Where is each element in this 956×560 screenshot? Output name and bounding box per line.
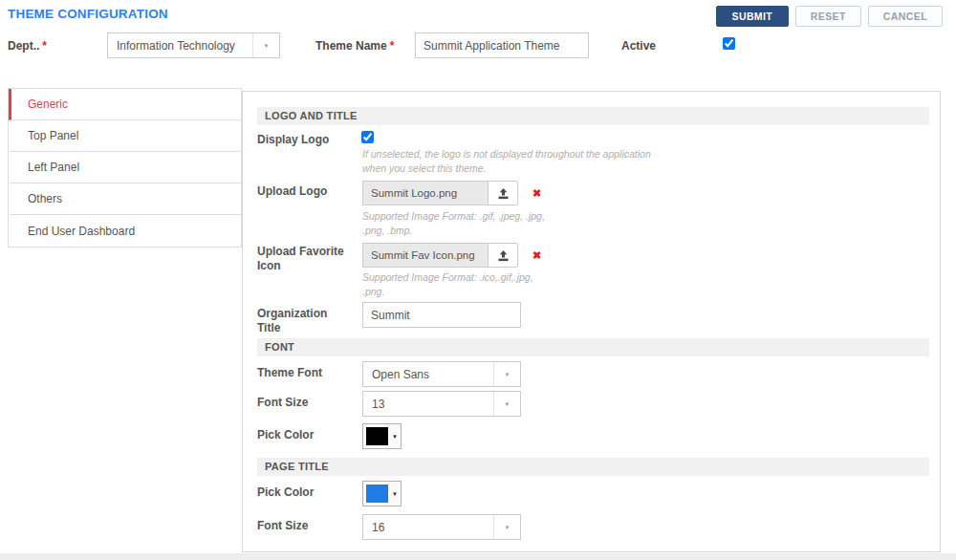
page-title-font-size-select[interactable]: 16 ▼: [362, 514, 521, 540]
font-pick-color-label: Pick Color: [257, 428, 353, 442]
active-label: Active: [621, 39, 656, 53]
display-logo-checkbox[interactable]: [361, 131, 374, 143]
font-size-select[interactable]: 13 ▼: [362, 391, 521, 417]
upload-logo-help-text: Supported Image Format: .gif, .jpeg, .jp…: [362, 209, 549, 238]
theme-font-select[interactable]: Open Sans ▼: [362, 361, 521, 387]
upload-logo-button[interactable]: [488, 181, 518, 205]
remove-icon[interactable]: ✖: [532, 250, 541, 261]
generic-settings-panel: LOGO AND TITLE Display Logo If unselecte…: [242, 91, 941, 552]
tab-generic[interactable]: Generic: [9, 89, 241, 120]
settings-tab-list: Generic Top Panel Left Panel Others End …: [8, 88, 242, 248]
theme-name-label: Theme Name*: [315, 39, 394, 53]
tab-left-panel[interactable]: Left Panel: [9, 152, 241, 183]
page-title-color-picker[interactable]: ▼: [362, 481, 402, 506]
dept-select[interactable]: Information Technology ▼: [107, 32, 280, 58]
chevron-down-icon: ▼: [493, 392, 520, 416]
active-checkbox[interactable]: [723, 37, 735, 50]
tab-end-user-dashboard[interactable]: End User Dashboard: [9, 215, 241, 247]
upload-logo-label: Upload Logo: [257, 184, 353, 199]
upload-logo-filename[interactable]: Summit Logo.png: [362, 181, 489, 205]
tab-others[interactable]: Others: [9, 183, 241, 215]
page-bottom-strip: [0, 553, 956, 560]
upload-favicon-help-text: Supported Image Format: .ico,.gif,.jpg, …: [362, 270, 549, 299]
required-asterisk: *: [390, 39, 395, 53]
reset-button[interactable]: RESET: [795, 6, 861, 27]
upload-icon: [496, 186, 511, 201]
font-size-label: Font Size: [257, 396, 353, 410]
toolbar: SUBMIT RESET CANCEL: [716, 6, 943, 27]
page-title-color-swatch: [366, 485, 388, 503]
upload-favicon-filename[interactable]: Summit Fav Icon.png: [362, 243, 489, 268]
display-logo-label: Display Logo: [257, 133, 353, 147]
theme-configuration-page: THEME CONFIGURATION SUBMIT RESET CANCEL …: [0, 0, 956, 560]
font-color-picker[interactable]: ▼: [362, 423, 402, 449]
font-size-select-value: 13: [363, 398, 493, 411]
required-asterisk: *: [42, 39, 47, 53]
page-title-font-size-label: Font Size: [257, 519, 353, 533]
section-header-font: FONT: [257, 338, 929, 356]
upload-favicon-button[interactable]: [488, 243, 518, 268]
upload-favicon-label: Upload Favorite Icon: [257, 245, 348, 273]
upload-favicon-field: Summit Fav Icon.png ✖: [362, 243, 541, 268]
chevron-down-icon: ▼: [392, 434, 398, 440]
upload-logo-field: Summit Logo.png ✖: [362, 181, 541, 205]
display-logo-help-text: If unselected, the logo is not displayed…: [362, 147, 668, 176]
submit-button[interactable]: SUBMIT: [716, 6, 789, 27]
theme-font-select-value: Open Sans: [363, 368, 493, 381]
organization-title-input[interactable]: [362, 302, 521, 328]
tab-top-panel[interactable]: Top Panel: [9, 120, 241, 152]
chevron-down-icon: ▼: [493, 515, 520, 539]
page-title: THEME CONFIGURATION: [8, 7, 168, 21]
chevron-down-icon: ▼: [252, 33, 279, 57]
section-header-logo-and-title: LOGO AND TITLE: [257, 107, 929, 125]
dept-select-value: Information Technology: [108, 39, 252, 53]
dept-label: Dept..*: [8, 39, 47, 53]
font-color-swatch: [366, 427, 388, 445]
upload-icon: [496, 248, 511, 263]
remove-icon[interactable]: ✖: [532, 188, 541, 199]
theme-font-label: Theme Font: [257, 366, 353, 380]
page-title-font-size-select-value: 16: [363, 521, 493, 534]
page-title-pick-color-label: Pick Color: [257, 485, 353, 500]
section-header-page-title: PAGE TITLE: [257, 458, 929, 476]
chevron-down-icon: ▼: [493, 362, 520, 386]
cancel-button[interactable]: CANCEL: [868, 6, 943, 27]
organization-title-label: Organization Title: [257, 307, 353, 335]
chevron-down-icon: ▼: [392, 491, 398, 497]
theme-name-input[interactable]: [415, 32, 589, 58]
